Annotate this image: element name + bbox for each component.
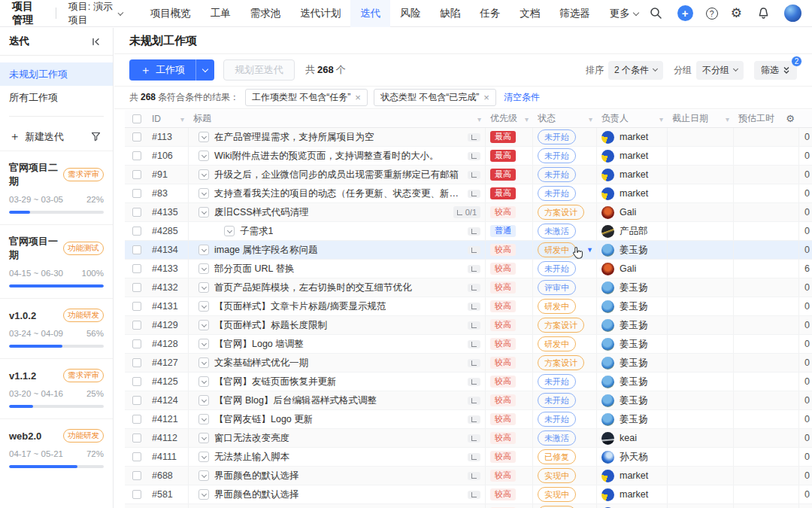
priority-badge[interactable]: 较高 bbox=[490, 244, 516, 257]
priority-badge[interactable]: 普通 bbox=[490, 225, 516, 238]
due-date-cell[interactable] bbox=[668, 485, 734, 503]
estimate-cell[interactable] bbox=[734, 373, 799, 391]
table-row[interactable]: #4125 【官网】友链页面恢复并更新 较高 未开始 姜玉扬 0 bbox=[125, 373, 812, 391]
expand-toggle-icon[interactable] bbox=[198, 151, 209, 161]
status-dropdown-caret-icon[interactable] bbox=[586, 246, 593, 254]
bell-icon[interactable] bbox=[755, 5, 771, 22]
row-checkbox[interactable] bbox=[132, 452, 141, 461]
table-row[interactable]: #4111 无法禁止输入脚本 较高 已修复 孙天杨 0 bbox=[125, 448, 812, 467]
row-checkbox[interactable] bbox=[132, 339, 141, 348]
row-checkbox[interactable] bbox=[132, 471, 141, 480]
project-selector[interactable]: 项目: 演示项目 bbox=[68, 0, 123, 27]
user-avatar[interactable] bbox=[784, 5, 801, 22]
estimate-cell[interactable] bbox=[734, 260, 799, 278]
due-date-cell[interactable] bbox=[668, 260, 734, 278]
row-title[interactable]: 窗口无法改变亮度 bbox=[214, 432, 289, 445]
collapse-sidebar-icon[interactable] bbox=[87, 33, 104, 50]
expand-toggle-icon[interactable] bbox=[198, 339, 209, 349]
priority-badge[interactable]: 最高 bbox=[490, 150, 516, 163]
nav-tab[interactable]: 迭代计划 bbox=[290, 0, 350, 27]
estimate-cell[interactable] bbox=[734, 184, 799, 202]
table-row[interactable]: #113 在产品管理提需求，支持所属项目为空 最高 未开始 market 0 bbox=[125, 128, 812, 147]
row-title[interactable]: 【官网友链】Logo 更新 bbox=[214, 413, 313, 426]
expand-toggle-icon[interactable] bbox=[198, 395, 209, 406]
estimate-cell[interactable] bbox=[734, 297, 799, 315]
estimate-cell[interactable] bbox=[734, 467, 799, 485]
row-title[interactable]: 废旧CSS样式代码清理 bbox=[214, 206, 309, 219]
row-checkbox[interactable] bbox=[132, 377, 141, 386]
estimate-cell[interactable] bbox=[734, 391, 799, 409]
expand-toggle-icon[interactable] bbox=[198, 376, 209, 387]
row-title[interactable]: image 属性字段名称问题 bbox=[214, 244, 318, 257]
table-row[interactable]: #4112 窗口无法改变亮度 较高 未激活 keai 0 bbox=[125, 429, 812, 448]
expand-toggle-icon[interactable] bbox=[198, 207, 209, 217]
search-icon[interactable] bbox=[648, 5, 665, 22]
row-title[interactable]: 在产品管理提需求，支持所属项目为空 bbox=[214, 131, 374, 144]
row-checkbox[interactable] bbox=[132, 302, 141, 311]
table-row[interactable]: #4135 废旧CSS样式代码清理 0/1 较高 方案设计 Gali 0 bbox=[125, 203, 812, 222]
priority-badge[interactable]: 较高 bbox=[490, 338, 516, 351]
row-checkbox[interactable] bbox=[132, 358, 141, 367]
table-row[interactable]: #4127 文案基础样式优化一期 较高 方案设计 姜玉扬 0 bbox=[125, 354, 812, 373]
priority-badge[interactable]: 较高 bbox=[490, 300, 516, 313]
status-pill[interactable]: 未激活 bbox=[538, 430, 576, 445]
expand-toggle-icon[interactable] bbox=[198, 132, 209, 142]
estimate-cell[interactable] bbox=[734, 278, 799, 297]
estimate-cell[interactable] bbox=[734, 448, 799, 466]
expand-toggle-icon[interactable] bbox=[198, 414, 209, 424]
remove-chip-icon[interactable] bbox=[479, 92, 489, 103]
priority-badge[interactable]: 较高 bbox=[490, 206, 516, 219]
status-pill[interactable]: 未开始 bbox=[538, 393, 576, 407]
table-row[interactable]: #4129 【页面样式】标题长度限制 较高 方案设计 姜玉扬 0 bbox=[125, 316, 812, 335]
estimate-cell[interactable] bbox=[734, 241, 799, 259]
estimate-cell[interactable] bbox=[734, 429, 799, 447]
table-row[interactable]: #4121 【官网友链】Logo 更新 较高 未开始 姜玉扬 0 bbox=[125, 410, 812, 429]
expand-toggle-icon[interactable] bbox=[198, 169, 209, 180]
expand-toggle-icon[interactable] bbox=[198, 245, 209, 255]
settings-gear-icon[interactable] bbox=[731, 7, 742, 20]
column-header-estimate[interactable]: 预估工时 bbox=[734, 110, 799, 127]
status-pill[interactable]: 研发中 bbox=[538, 242, 576, 257]
priority-badge[interactable]: 最高 bbox=[490, 169, 516, 181]
status-pill[interactable]: 实现中 bbox=[538, 487, 576, 501]
table-row[interactable]: #4132 首页产品矩阵模块，左右切换时的交互细节优化 较高 评审中 姜玉扬 0 bbox=[125, 278, 812, 297]
status-pill[interactable]: 研发中 bbox=[538, 336, 576, 351]
expand-toggle-icon[interactable] bbox=[198, 320, 209, 330]
row-checkbox[interactable] bbox=[132, 264, 141, 273]
table-row[interactable]: #4128 【官网】Logo 墙调整 较高 研发中 姜玉扬 0 bbox=[125, 335, 812, 354]
row-title[interactable]: Wiki附件点进去的预览页面，支持调整查看时的大小。 bbox=[214, 150, 439, 163]
priority-badge[interactable]: 较高 bbox=[490, 488, 516, 501]
row-checkbox[interactable] bbox=[132, 132, 141, 141]
due-date-cell[interactable] bbox=[668, 203, 734, 221]
status-pill[interactable]: 方案设计 bbox=[538, 205, 584, 219]
sprint-card[interactable]: web2.0 功能研发 04-17 ~ 05-21 72% bbox=[0, 418, 113, 479]
due-date-cell[interactable] bbox=[668, 373, 734, 391]
estimate-cell[interactable] bbox=[734, 504, 799, 508]
expand-toggle-icon[interactable] bbox=[198, 188, 209, 199]
plan-to-sprint-button[interactable]: 规划至迭代 bbox=[223, 59, 295, 81]
priority-badge[interactable]: 较高 bbox=[490, 357, 516, 370]
row-title[interactable]: 界面颜色的默认选择 bbox=[214, 470, 299, 482]
priority-badge[interactable]: 较高 bbox=[490, 432, 516, 445]
due-date-cell[interactable] bbox=[668, 448, 734, 466]
priority-badge[interactable]: 较高 bbox=[490, 451, 516, 464]
estimate-cell[interactable] bbox=[734, 485, 799, 503]
row-title[interactable]: 界面颜色的默认选择 bbox=[214, 488, 299, 501]
row-checkbox[interactable] bbox=[132, 415, 141, 424]
row-checkbox[interactable] bbox=[132, 151, 141, 160]
nav-tab[interactable]: 迭代 bbox=[350, 0, 390, 27]
status-pill[interactable]: 方案设计 bbox=[538, 355, 584, 370]
row-title[interactable]: 文案基础样式优化一期 bbox=[214, 357, 308, 370]
row-title[interactable]: 【页面样式】文章卡片标题/摘要显示规范 bbox=[214, 300, 386, 313]
estimate-cell[interactable] bbox=[734, 222, 799, 240]
status-pill[interactable]: 实现中 bbox=[538, 468, 576, 482]
priority-badge[interactable]: 较高 bbox=[490, 281, 516, 294]
sprint-card[interactable]: 官网项目二期 需求评审 03-29 ~ 03-05 22% bbox=[0, 151, 113, 224]
expand-toggle-icon[interactable] bbox=[198, 452, 209, 462]
sort-dropdown[interactable]: 2 个条件 bbox=[608, 61, 663, 80]
table-row[interactable]: #106 Wiki附件点进去的预览页面，支持调整查看时的大小。 最高 未开始 m… bbox=[125, 147, 812, 166]
due-date-cell[interactable] bbox=[668, 504, 734, 508]
row-title[interactable]: 无法禁止输入脚本 bbox=[214, 451, 289, 464]
add-workitem-button[interactable]: ＋工作项 bbox=[129, 59, 214, 81]
nav-tab[interactable]: 任务 bbox=[470, 0, 510, 27]
